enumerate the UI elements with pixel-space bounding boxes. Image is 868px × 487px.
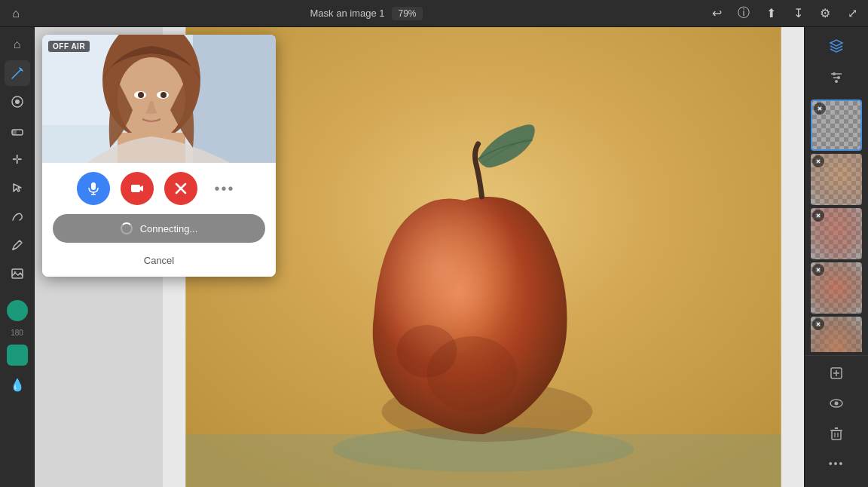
layer-remove-icon[interactable] (812, 210, 824, 222)
layer-item[interactable] (811, 100, 862, 151)
svg-point-23 (138, 92, 144, 98)
svg-point-4 (12, 248, 14, 250)
layer-remove-icon[interactable] (812, 155, 824, 167)
left-toolbar: ⌂ ✛ (0, 27, 35, 487)
layers-icon[interactable] (824, 33, 849, 59)
visibility-icon[interactable] (824, 391, 849, 416)
svg-point-19 (118, 57, 185, 140)
top-bar: ⌂ Mask an image 1 79% ↩ ⓘ ⬆ ↧ ⚙ ⤢ (0, 0, 868, 27)
top-bar-center: Mask an image 1 79% (310, 7, 422, 20)
layer-remove-icon[interactable] (812, 264, 824, 276)
more-options-icon[interactable]: ••• (824, 451, 849, 476)
video-face-svg (42, 35, 276, 163)
expand-icon[interactable]: ⤢ (844, 5, 860, 22)
cancel-button[interactable]: Cancel (42, 250, 276, 277)
document-title: Mask an image 1 (310, 8, 384, 19)
svg-rect-3 (12, 130, 17, 135)
info-icon[interactable]: ⓘ (735, 5, 752, 22)
more-options-button[interactable]: ••• (208, 172, 241, 205)
svg-point-24 (160, 92, 167, 98)
svg-point-36 (835, 80, 838, 83)
delete-layer-icon[interactable] (824, 421, 849, 446)
add-layer-icon[interactable] (824, 360, 849, 386)
top-bar-left: ⌂ (8, 5, 24, 22)
smudge-tool[interactable] (5, 204, 30, 229)
eraser-tool[interactable] (5, 118, 30, 143)
video-feed: OFF AIR (42, 35, 276, 163)
layer-remove-icon[interactable] (814, 103, 826, 115)
svg-rect-25 (91, 182, 96, 190)
mic-button[interactable] (77, 172, 110, 205)
share-icon[interactable]: ⬆ (763, 5, 779, 22)
home-icon[interactable]: ⌂ (8, 5, 24, 22)
home-tool[interactable]: ⌂ (5, 32, 30, 57)
transform-tool[interactable]: ✛ (5, 146, 30, 172)
connecting-text: Connecting... (140, 223, 198, 234)
settings-icon[interactable]: ⚙ (817, 5, 833, 22)
layer-item[interactable] (811, 262, 862, 314)
svg-rect-49 (832, 430, 841, 440)
selection-tool[interactable] (5, 175, 30, 201)
zoom-level[interactable]: 79% (392, 7, 422, 20)
svg-point-35 (837, 76, 840, 79)
right-actions: ••• (805, 355, 868, 481)
brush-size-label: 180 (11, 329, 23, 337)
video-controls: ••• (42, 163, 276, 214)
video-overlay: OFF AIR (42, 35, 276, 277)
svg-point-13 (397, 325, 457, 378)
undo-icon[interactable]: ↩ (708, 5, 725, 22)
right-panel: ••• (804, 27, 868, 487)
layers-container (805, 100, 868, 352)
primary-color-swatch[interactable] (7, 300, 28, 321)
right-top-icons (824, 33, 849, 90)
layer-remove-icon[interactable] (812, 318, 824, 330)
off-air-badge: OFF AIR (48, 41, 90, 52)
main-area: ⌂ ✛ (0, 27, 868, 487)
filter-icon[interactable] (824, 65, 849, 90)
top-bar-right: ↩ ⓘ ⬆ ↧ ⚙ ⤢ (708, 5, 860, 22)
layer-item[interactable] (811, 317, 862, 352)
fill-tool[interactable] (5, 89, 30, 115)
layer-item[interactable] (811, 154, 862, 205)
svg-point-34 (833, 72, 836, 75)
video-button[interactable] (121, 172, 154, 205)
secondary-color-swatch[interactable] (7, 345, 28, 366)
eyedropper-tool[interactable] (5, 232, 30, 258)
svg-rect-10 (186, 434, 781, 487)
export-icon[interactable]: ↧ (790, 5, 806, 22)
brush-tool[interactable] (5, 60, 30, 86)
svg-rect-16 (193, 35, 276, 163)
image-tool[interactable] (5, 261, 30, 286)
loading-spinner (121, 222, 133, 234)
close-call-button[interactable] (164, 172, 197, 205)
water-tool[interactable]: 💧 (5, 372, 30, 397)
svg-rect-28 (131, 185, 140, 192)
svg-point-1 (15, 100, 20, 104)
svg-point-48 (835, 402, 839, 406)
canvas-area: OFF AIR (35, 27, 804, 487)
connecting-bar: Connecting... (53, 214, 265, 243)
layer-item[interactable] (811, 208, 862, 259)
